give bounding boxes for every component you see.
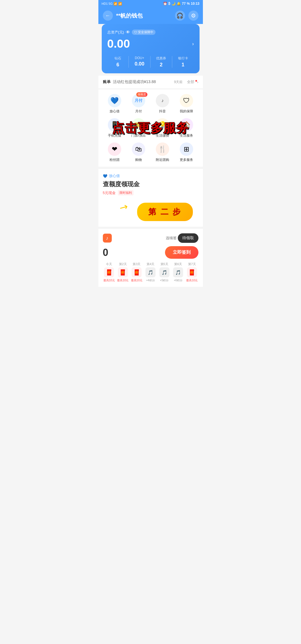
headset-icon[interactable]: 🎧 — [175, 11, 185, 21]
bank-label: 银行卡 — [172, 56, 194, 61]
insurance-icon: 🛡 — [180, 94, 193, 107]
balance-item-bank[interactable]: 银行卡 1 — [172, 56, 194, 68]
balance-label-text: 总资产(元) — [107, 30, 124, 35]
day-1-icon: 🧧 — [104, 267, 114, 277]
step2-button[interactable]: 第 二 步 — [137, 203, 193, 221]
fangxin-header: 💙 放心借 — [103, 173, 198, 178]
security-badge: 🛡 安全保障中 — [132, 30, 156, 35]
fangxinjie-label: 放心借 — [110, 109, 120, 114]
dou-label: DOU+ — [129, 56, 150, 60]
services-row3: ❤ 粉丝团 🛍 购物 🍴 附近团购 ⊞ 更多服务 — [103, 142, 198, 162]
utility-label: 生活缴费 — [156, 133, 169, 138]
pending-button[interactable]: 待领取 — [178, 233, 198, 243]
carrier-text: HD1 5G — [102, 2, 113, 5]
signin-count: 0 — [103, 247, 108, 258]
fangxinjie-icon: 💙 — [108, 94, 121, 107]
bank-value: 1 — [172, 62, 194, 68]
life-label: 生活服务 — [180, 133, 193, 138]
day-3-reward: 最高10元 — [131, 279, 142, 282]
groupbuy-label: 附近团购 — [156, 158, 169, 162]
tiktok-service-label: 抖音 — [159, 109, 166, 114]
dou-value: 0.00 — [129, 61, 150, 67]
status-right: ⏰ ₿ 🌙 🔔 77% 10:13 — [163, 2, 200, 6]
bill-desc: 活动红包提现成功¥13.88 — [113, 79, 172, 84]
eye-icon[interactable]: 👁 — [126, 30, 130, 35]
balance-item-diamond[interactable]: 钻石 6 — [107, 56, 129, 68]
status-left: HD1 5G 📶 📶 — [102, 2, 122, 6]
service-phone[interactable]: 📱 手机充值 — [103, 118, 127, 138]
settings-icon[interactable]: ⚙ — [188, 11, 198, 21]
fangxin-header-text: 放心借 — [109, 173, 120, 178]
balance-item-coupon[interactable]: 优惠券 2 — [151, 56, 172, 68]
tiktok-service-icon: ♪ — [156, 94, 169, 107]
service-fangxinjie[interactable]: 💙 放心借 — [103, 94, 127, 114]
day-3-label: 第3天 — [133, 262, 140, 266]
service-groupbuy[interactable]: 🍴 附近团购 — [151, 142, 174, 162]
more-label: 更多服务 — [180, 158, 193, 162]
day-1[interactable]: 今天 🧧 最高10元 — [103, 262, 116, 282]
diamond-label: 钻石 — [107, 56, 129, 61]
services-inner: 💙 放心借 月付 领额度 月付 ♪ 抖音 — [98, 89, 203, 167]
day-6-reward: +6积分 — [174, 279, 182, 282]
bluetooth-icon: ₿ — [168, 2, 170, 6]
day-2-label: 第2天 — [119, 262, 127, 266]
day-4[interactable]: 第4天 🎵 +4积分 — [144, 262, 157, 282]
arrow-decoration: ↗ — [117, 200, 130, 214]
day-5[interactable]: 第5天 🎵 +5积分 — [158, 262, 171, 282]
service-shop[interactable]: 🛍 购物 — [127, 142, 151, 162]
bill-all[interactable]: 全部 › — [187, 79, 198, 84]
back-button[interactable]: ← — [103, 11, 113, 21]
signup-button[interactable]: 立即签到 — [165, 246, 198, 259]
moon-icon: 🌙 — [171, 2, 176, 6]
header: ← **帆的钱包 🎧 ⚙ — [98, 7, 203, 24]
day-7-icon: 🧧 — [187, 267, 197, 277]
phone-icon: 📱 — [108, 118, 121, 132]
security-text: 安全保障中 — [138, 30, 153, 34]
battery-text: 77 — [182, 2, 186, 6]
balance-arrow-icon: › — [192, 41, 194, 47]
day-4-icon: 🎵 — [145, 267, 156, 277]
balance-item-dou[interactable]: DOU+ 0.00 — [129, 56, 151, 68]
diamond-value: 6 — [107, 62, 129, 68]
service-more[interactable]: ⊞ 更多服务 — [174, 142, 198, 162]
svg-text:♪: ♪ — [161, 98, 164, 103]
bill-row[interactable]: 账单 活动红包提现成功¥13.88 9天前 全部 › — [98, 76, 203, 88]
day-2-icon: 🧧 — [118, 267, 128, 277]
fangxin-section: 💙 放心借 查额度领现金 5元现金 限时福利 第 二 步 ↗ — [98, 169, 203, 227]
more-icon: ⊞ — [180, 142, 193, 156]
phone-label: 手机充值 — [108, 133, 121, 138]
fangxin-title[interactable]: 查额度领现金 — [103, 180, 198, 188]
day-6-label: 第6天 — [174, 262, 182, 266]
service-insurance[interactable]: 🛡 我的保障 — [174, 94, 198, 114]
day-5-reward: +5积分 — [160, 279, 169, 282]
bill-label: 账单 — [103, 79, 111, 84]
day-3[interactable]: 第3天 🧧 最高10元 — [130, 262, 143, 282]
shield-icon: 🛡 — [134, 31, 137, 34]
service-yuepay[interactable]: 月付 领额度 月付 — [127, 94, 151, 114]
yuepay-icon: 月付 领额度 — [132, 94, 145, 107]
day-1-reward: 最高10元 — [103, 279, 115, 282]
balance-card: 总资产(元) 👁 🛡 安全保障中 0.00 › 钻石 6 DOU+ 0.00 优… — [102, 24, 200, 73]
insurance-label: 我的保障 — [180, 109, 193, 114]
fangxin-badge: 限时福利 — [118, 190, 133, 195]
service-ticket[interactable]: 🎫 门票/演出 — [127, 118, 151, 138]
service-tiktok[interactable]: ♪ 抖音 — [151, 94, 174, 114]
yuepay-badge: 领额度 — [136, 92, 147, 97]
balance-amount[interactable]: 0.00 › — [107, 37, 194, 50]
day-2[interactable]: 第2天 🧧 最高10元 — [116, 262, 129, 282]
day-2-reward: 最高10元 — [117, 279, 128, 282]
service-utility[interactable]: 💡 生活缴费 — [151, 118, 174, 138]
fangxin-cash: 5元现金 — [103, 190, 116, 195]
day-7[interactable]: 第7天 🧧 最高10元 — [186, 262, 198, 282]
service-fans[interactable]: ❤ 粉丝团 — [103, 142, 127, 162]
fangxin-sub: 5元现金 限时福利 — [103, 190, 198, 195]
streak-label: 连续签 — [166, 236, 177, 241]
notification-icon: 🔔 — [177, 2, 181, 6]
coupon-value: 2 — [151, 62, 172, 68]
service-life[interactable]: 🏠 生活服务 — [174, 118, 198, 138]
signin-section: ♪ 连续签 待领取 0 立即签到 今天 🧧 最高10元 第2天 🧧 最高10元 … — [98, 229, 203, 287]
bill-time: 9天前 — [174, 80, 183, 84]
alarm-icon: ⏰ — [163, 2, 167, 6]
day-1-label: 今天 — [106, 262, 112, 266]
day-6[interactable]: 第6天 🎵 +6积分 — [172, 262, 185, 282]
